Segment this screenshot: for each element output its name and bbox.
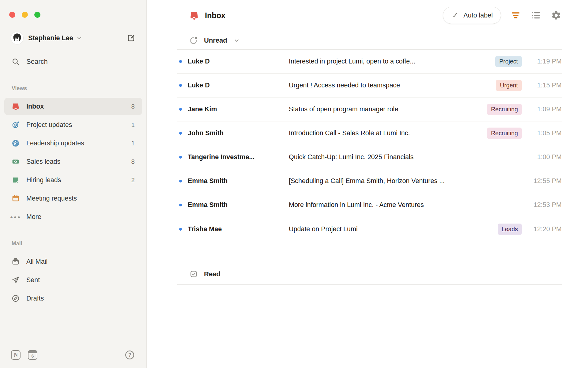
account-switcher[interactable]: Stephanie Lee xyxy=(11,32,135,44)
unread-dot xyxy=(179,132,182,135)
chevron-down-icon xyxy=(76,35,82,41)
read-divider xyxy=(177,284,562,285)
email-label-badge: Leads xyxy=(498,224,522,235)
minimize-window-button[interactable] xyxy=(22,12,28,18)
email-subject: Update on Project Lumi xyxy=(289,225,498,233)
email-row[interactable]: Trisha Mae Update on Project Lumi Leads … xyxy=(177,217,562,241)
email-row[interactable]: Luke D Interested in project Lumi, open … xyxy=(177,50,562,74)
window-controls xyxy=(0,0,146,18)
unread-dot xyxy=(179,156,182,159)
section-items: All Mail Sent Drafts xyxy=(0,253,146,307)
email-subject: Interested in project Lumi, open to a co… xyxy=(289,58,495,65)
email-time: 1:00 PM xyxy=(527,153,562,161)
section-items: Inbox 8 Project updates 1 Leadership upd… xyxy=(0,98,146,225)
all-mail-icon xyxy=(12,258,20,266)
list-view-icon[interactable] xyxy=(530,10,541,21)
email-row[interactable]: John Smith Introduction Call - Sales Rol… xyxy=(177,121,562,145)
svg-text:?: ? xyxy=(128,352,131,358)
email-time: 1:15 PM xyxy=(527,82,562,89)
sidebar-item-inbox[interactable]: Inbox 8 xyxy=(4,98,142,115)
page-title: Inbox xyxy=(205,11,225,20)
sidebar-item-hiring-leads[interactable]: Hiring leads 2 xyxy=(4,171,142,189)
close-window-button[interactable] xyxy=(9,12,15,18)
calendar-badge-top xyxy=(28,351,37,353)
email-row[interactable]: Emma Smith [Scheduling a Call] Emma Smit… xyxy=(177,169,562,193)
email-sender: Emma Smith xyxy=(188,177,289,185)
item-count: 8 xyxy=(131,158,135,165)
sidebar-item-leadership-updates[interactable]: Leadership updates 1 xyxy=(4,135,142,152)
email-sender: John Smith xyxy=(188,129,289,137)
email-time: 12:20 PM xyxy=(527,225,562,233)
email-row[interactable]: Luke D Urgent ! Access needed to teamspa… xyxy=(177,74,562,98)
item-label: Leadership updates xyxy=(26,140,84,147)
section-title: Views xyxy=(12,85,146,92)
sidebar: Stephanie Lee Search Views Inbox 8 Proje… xyxy=(0,0,147,368)
read-section-header[interactable]: Read xyxy=(190,270,562,284)
ellipsis-icon: ●●● xyxy=(12,213,20,221)
sidebar-section: Mail All Mail Sent Drafts xyxy=(0,240,146,307)
email-subject: Urgent ! Access needed to teamspace xyxy=(289,82,496,89)
chevron-down-icon[interactable] xyxy=(233,37,240,44)
email-subject: Introduction Call - Sales Role at Lumi I… xyxy=(289,129,487,137)
calendar-badge-number: 6 xyxy=(31,353,34,359)
search-button[interactable]: Search xyxy=(12,58,139,66)
avatar xyxy=(11,32,23,44)
note-icon xyxy=(12,176,20,184)
item-count: 2 xyxy=(131,176,135,184)
notion-logo-icon[interactable]: N xyxy=(11,350,21,360)
read-section-label: Read xyxy=(204,270,221,278)
auto-label-text: Auto label xyxy=(463,12,493,19)
email-label-badge: Project xyxy=(495,56,522,67)
sidebar-item-project-updates[interactable]: Project updates 1 xyxy=(4,116,142,133)
sidebar-item-all-mail[interactable]: All Mail xyxy=(4,253,142,270)
money-icon xyxy=(12,158,20,166)
item-label: Drafts xyxy=(26,295,44,302)
email-subject: Quick Catch-Up: Lumi Inc. 2025 Financial… xyxy=(289,153,527,161)
item-label: Meeting requests xyxy=(26,195,77,202)
settings-gear-icon[interactable] xyxy=(551,10,562,21)
email-time: 1:05 PM xyxy=(527,129,562,137)
filter-icon[interactable] xyxy=(510,10,521,21)
email-row[interactable]: Emma Smith More information in Lumi Inc.… xyxy=(177,193,562,217)
unread-dot xyxy=(179,180,182,182)
unread-status-icon xyxy=(190,36,198,44)
calendar-badge-icon[interactable]: 6 xyxy=(28,350,37,360)
email-label-badge: Recruiting xyxy=(487,128,522,139)
email-time: 1:09 PM xyxy=(527,105,562,113)
email-sender: Luke D xyxy=(188,82,289,89)
zoom-window-button[interactable] xyxy=(34,12,40,18)
sidebar-item-meeting-requests[interactable]: Meeting requests xyxy=(4,190,142,207)
auto-label-button[interactable]: Auto label xyxy=(443,7,501,24)
email-time: 12:53 PM xyxy=(527,201,562,209)
unread-section-header[interactable]: Unread xyxy=(190,36,562,49)
item-label: All Mail xyxy=(26,258,47,266)
account-name: Stephanie Lee xyxy=(28,34,73,42)
sidebar-item-sent[interactable]: Sent xyxy=(4,271,142,289)
read-checkbox-icon xyxy=(190,270,198,278)
unread-dot xyxy=(179,228,182,231)
item-count: 1 xyxy=(131,140,135,147)
auto-label-icon xyxy=(451,11,459,19)
email-row[interactable]: Tangerine Investme... Quick Catch-Up: Lu… xyxy=(177,145,562,169)
inbox-icon xyxy=(12,102,20,110)
email-sender: Jane Kim xyxy=(188,105,289,113)
sidebar-item-more[interactable]: ●●● More xyxy=(4,208,142,225)
section-title: Mail xyxy=(12,240,146,247)
sidebar-item-sales-leads[interactable]: Sales leads 8 xyxy=(4,153,142,170)
sidebar-item-drafts[interactable]: Drafts xyxy=(4,290,142,307)
help-button[interactable]: ? xyxy=(125,350,135,360)
compose-button[interactable] xyxy=(127,34,135,42)
sidebar-footer: N 6 ? xyxy=(0,350,146,368)
drafts-icon xyxy=(12,294,20,302)
inbox-icon xyxy=(190,11,199,20)
email-label-badge: Recruiting xyxy=(487,104,522,115)
email-subject: More information in Lumi Inc. - Acme Ven… xyxy=(289,201,527,209)
email-time: 12:55 PM xyxy=(527,177,562,185)
item-label: Sales leads xyxy=(26,158,60,166)
unread-dot xyxy=(179,84,182,87)
calendar-icon xyxy=(12,194,20,202)
email-sender: Tangerine Investme... xyxy=(188,153,289,161)
email-label-badge: Urgent xyxy=(496,80,522,91)
email-subject: [Scheduling a Call] Emma Smith, Horizon … xyxy=(289,177,527,185)
email-row[interactable]: Jane Kim Status of open program manager … xyxy=(177,98,562,121)
